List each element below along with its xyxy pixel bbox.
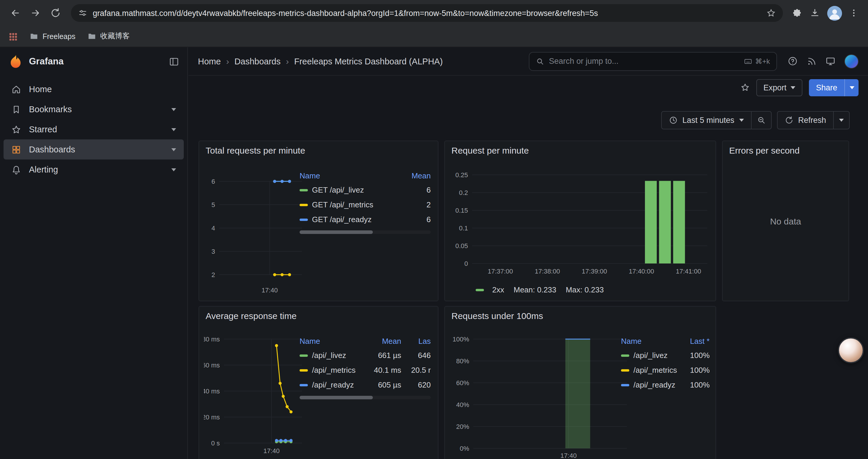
dock-sidebar-icon[interactable] xyxy=(169,57,179,66)
user-avatar[interactable] xyxy=(844,54,859,68)
chevron-down-icon[interactable] xyxy=(172,108,176,111)
series-label[interactable]: /api/_livez xyxy=(312,351,346,360)
refresh-icon xyxy=(784,116,793,125)
panel-title[interactable]: Total requests per minute xyxy=(206,145,305,155)
sidebar-item-bookmarks[interactable]: Bookmarks xyxy=(4,99,184,119)
legend-col-last[interactable]: Las xyxy=(406,336,431,345)
svg-text:17:40: 17:40 xyxy=(560,452,577,459)
panel-title[interactable]: Request per minute xyxy=(452,145,529,155)
time-controls: Last 5 minutes Refresh xyxy=(661,111,850,129)
series-color-dash xyxy=(621,369,629,371)
sidebar-item-dashboards[interactable]: Dashboards xyxy=(4,139,184,160)
legend-row[interactable]: 2xx Mean: 0.233 Max: 0.233 xyxy=(476,285,604,294)
reload-button[interactable] xyxy=(46,4,65,23)
sidebar-item-starred[interactable]: Starred xyxy=(4,119,184,139)
scrollbar-thumb[interactable] xyxy=(300,396,373,399)
panel-title[interactable]: Average response time xyxy=(206,311,297,321)
svg-text:0.1: 0.1 xyxy=(459,225,468,232)
url-text[interactable]: grafana.mathmast.com/d/deytv4rwavabkb/fr… xyxy=(93,8,761,18)
legend-row[interactable]: /api/_livez661 µs646 xyxy=(300,348,431,363)
extensions-icon[interactable] xyxy=(793,8,802,18)
legend-col-last[interactable]: Last * xyxy=(685,336,710,345)
time-range-button[interactable]: Last 5 minutes xyxy=(662,112,751,129)
legend-col-mean[interactable]: Mean xyxy=(368,336,401,345)
bookmark-star-icon[interactable] xyxy=(766,8,776,18)
legend-scrollbar[interactable] xyxy=(300,230,431,234)
help-icon[interactable] xyxy=(788,56,798,66)
zoom-out-button[interactable] xyxy=(751,112,771,129)
svg-text:3: 3 xyxy=(212,248,215,255)
series-label[interactable]: /api/_readyz xyxy=(633,381,675,389)
zoom-out-icon xyxy=(756,116,766,125)
series-label[interactable]: /api/_metrics xyxy=(312,366,355,374)
favorite-star-icon[interactable] xyxy=(740,83,750,92)
url-bar[interactable]: grafana.mathmast.com/d/deytv4rwavabkb/fr… xyxy=(71,4,783,22)
series-label[interactable]: /api/_livez xyxy=(633,351,668,360)
chevron-down-icon[interactable] xyxy=(172,148,176,151)
dashboard-actions-bar: Export Share xyxy=(188,76,868,99)
series-label[interactable]: GET /api/_metrics xyxy=(312,200,373,209)
svg-text:4: 4 xyxy=(212,225,215,232)
search-input[interactable] xyxy=(549,57,739,66)
refresh-interval-button[interactable] xyxy=(833,112,849,129)
search-shortcut: ⌘+k xyxy=(744,57,770,65)
chevron-down-icon[interactable] xyxy=(172,128,176,131)
grafana-logo-icon[interactable] xyxy=(8,54,23,69)
legend-row[interactable]: GET /api/_metrics2 xyxy=(300,197,431,212)
panel-average-response-time: Average response time 80 ms60 ms40 ms20 … xyxy=(198,306,438,459)
legend-row[interactable]: /api/_metrics40.1 ms20.5 r xyxy=(300,363,431,378)
refresh-button[interactable]: Refresh xyxy=(777,112,833,129)
legend-row[interactable]: /api/_livez100% xyxy=(621,348,710,363)
legend-row[interactable]: /api/_readyz100% xyxy=(621,378,710,392)
legend-table: NameMeanLas/api/_livez661 µs646/api/_met… xyxy=(300,334,431,392)
legend-value-last: 620 xyxy=(406,381,431,389)
legend-col-mean[interactable]: Mean xyxy=(398,171,431,180)
legend-row[interactable]: /api/_metrics100% xyxy=(621,363,710,378)
site-info-icon[interactable] xyxy=(78,8,88,18)
sidebar-item-alerting[interactable]: Alerting xyxy=(4,160,184,179)
svg-text:17:40: 17:40 xyxy=(264,447,280,455)
sidebar-item-home[interactable]: Home xyxy=(4,79,184,99)
legend-col-name[interactable]: Name xyxy=(300,171,393,180)
apps-grid-icon[interactable] xyxy=(8,32,18,41)
news-rss-icon[interactable] xyxy=(807,56,816,66)
legend-row[interactable]: /api/_readyz605 µs620 xyxy=(300,378,431,392)
chevron-down-icon[interactable] xyxy=(172,168,176,171)
bookmark-folder-freeleaps[interactable]: Freeleaps xyxy=(30,32,75,41)
legend-row[interactable]: GET /api/_readyz6 xyxy=(300,212,431,227)
forward-button[interactable] xyxy=(26,4,45,23)
search-box[interactable]: ⌘+k xyxy=(529,52,777,71)
breadcrumb-separator-icon: › xyxy=(286,56,289,66)
bookmark-folder-blogs[interactable]: 收藏博客 xyxy=(87,31,130,41)
legend-col-name[interactable]: Name xyxy=(300,336,363,345)
share-button[interactable]: Share xyxy=(809,79,844,96)
panel-request-per-minute: Request per minute 0.250.20.150.10.05017… xyxy=(444,140,716,301)
legend-value-last: 100% xyxy=(685,381,710,389)
browser-menu-icon[interactable] xyxy=(849,8,859,18)
series-label[interactable]: GET /api/_readyz xyxy=(312,215,372,224)
series-label[interactable]: 2xx xyxy=(492,285,504,294)
series-label[interactable]: GET /api/_livez xyxy=(312,186,364,194)
series-dash-2xx xyxy=(476,289,484,291)
panel-errors-per-second: Errors per second No data xyxy=(722,140,849,301)
series-label[interactable]: /api/_metrics xyxy=(633,366,677,374)
back-button[interactable] xyxy=(6,4,25,23)
browser-profile-avatar[interactable] xyxy=(827,6,842,21)
downloads-icon[interactable] xyxy=(809,8,820,18)
kiosk-monitor-icon[interactable] xyxy=(826,56,836,66)
scrollbar-thumb[interactable] xyxy=(300,230,373,234)
legend-scrollbar[interactable] xyxy=(300,396,431,399)
share-menu-button[interactable] xyxy=(844,79,859,96)
legend-col-name[interactable]: Name xyxy=(621,336,680,345)
svg-text:17:41:00: 17:41:00 xyxy=(676,268,701,275)
legend-row[interactable]: GET /api/_livez6 xyxy=(300,183,431,197)
star-icon xyxy=(11,124,21,134)
svg-text:0 s: 0 s xyxy=(211,439,220,447)
panel-requests-under-100ms: Requests under 100ms 100%80%60%40%20%0%1… xyxy=(444,306,716,459)
series-label[interactable]: /api/_readyz xyxy=(312,381,354,389)
breadcrumb-home[interactable]: Home xyxy=(198,57,221,66)
floating-assistant-avatar[interactable] xyxy=(838,337,864,363)
panel-title[interactable]: Requests under 100ms xyxy=(452,311,543,321)
export-button[interactable]: Export xyxy=(756,79,802,96)
breadcrumb-dashboards[interactable]: Dashboards xyxy=(234,57,280,66)
